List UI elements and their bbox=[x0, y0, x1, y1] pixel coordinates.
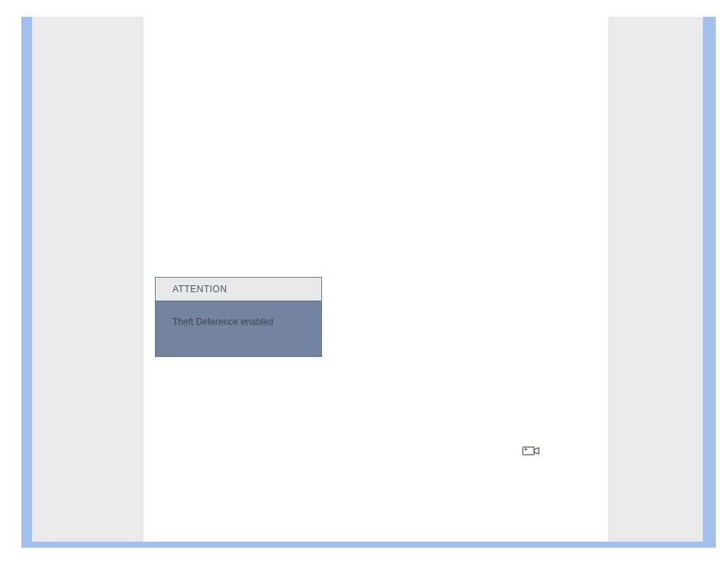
svg-point-1 bbox=[525, 449, 527, 450]
bottom-white-strip bbox=[0, 548, 728, 563]
bottom-blue-strip bbox=[21, 542, 716, 548]
attention-dialog: ATTENTION Theft Deference enabled bbox=[155, 277, 322, 357]
top-strip bbox=[0, 0, 728, 17]
left-blue-edge bbox=[21, 17, 32, 546]
left-side-panel bbox=[32, 17, 143, 542]
dialog-message: Theft Deference enabled bbox=[156, 301, 321, 356]
dialog-title: ATTENTION bbox=[156, 278, 321, 301]
camera-icon bbox=[522, 446, 540, 456]
right-blue-edge bbox=[703, 17, 716, 546]
right-side-panel bbox=[608, 17, 703, 542]
svg-rect-0 bbox=[523, 447, 534, 455]
outer-frame: ATTENTION Theft Deference enabled bbox=[0, 0, 728, 563]
